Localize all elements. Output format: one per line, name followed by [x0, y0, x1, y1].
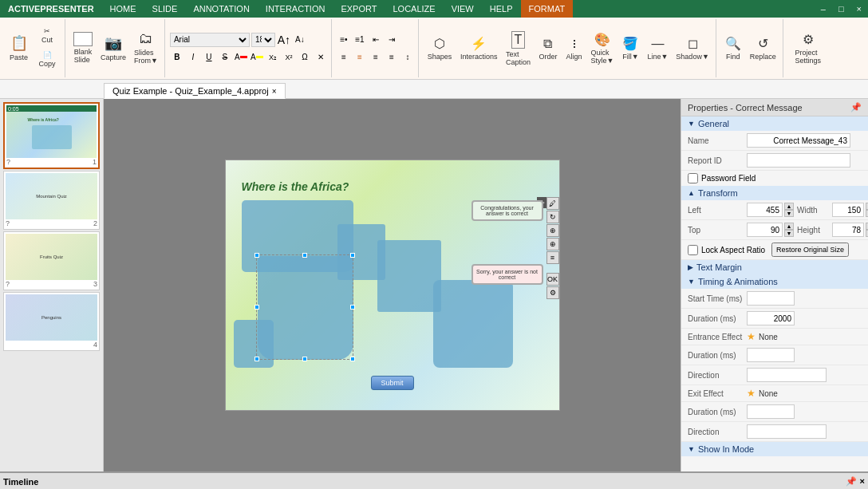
slide-thumb-2[interactable]: Mountain Quiz ?2 — [3, 171, 100, 230]
name-input[interactable] — [747, 133, 850, 148]
replace-button[interactable]: ↺ Replace — [747, 25, 779, 73]
transform-section-header[interactable]: ▲ Transform — [681, 186, 868, 200]
copy-button[interactable]: 📄 Copy — [33, 49, 61, 71]
left-input[interactable] — [747, 203, 783, 217]
interactions-button[interactable]: ⚡ Interactions — [457, 25, 501, 73]
align-center-btn[interactable]: ≡ — [353, 50, 367, 65]
general-section-header[interactable]: ▼ General — [681, 116, 868, 131]
toolbar-btn-5[interactable]: ≡ — [546, 251, 559, 264]
underline-btn[interactable]: U — [202, 50, 216, 65]
find-button[interactable]: 🔍 Find — [721, 25, 745, 73]
italic-btn[interactable]: I — [186, 50, 200, 65]
toolbar-btn-3[interactable]: ⊕ — [546, 224, 559, 237]
slide-thumb-1[interactable]: 0:05 Where is Africa? ?1 — [3, 102, 100, 169]
menu-interaction[interactable]: INTERACTION — [258, 0, 333, 18]
password-field-checkbox[interactable] — [688, 173, 698, 183]
menu-home[interactable]: HOME — [102, 0, 144, 18]
toolbar-ok-btn[interactable]: OK — [546, 273, 559, 286]
strikethrough-btn[interactable]: S — [218, 50, 232, 65]
bold-btn[interactable]: B — [170, 50, 184, 65]
project-settings-label: ProjectSettings — [795, 49, 822, 65]
font-color-btn[interactable]: A — [234, 50, 248, 65]
slide-thumb-4[interactable]: Penguins 4 — [3, 292, 100, 351]
text-margin-section-header[interactable]: ▶ Text Margin — [681, 260, 868, 274]
properties-pin-icon[interactable]: 📌 — [850, 102, 862, 112]
symbol-btn[interactable]: Ω — [298, 50, 312, 65]
restore-original-size-btn[interactable]: Restore Original Size — [771, 243, 849, 257]
decrease-indent-btn[interactable]: ⇤ — [369, 33, 383, 47]
shadow-icon: ◻ — [688, 36, 698, 51]
report-id-input[interactable] — [747, 153, 850, 168]
submit-button[interactable]: Submit — [370, 376, 413, 390]
subscript-btn[interactable]: X₂ — [266, 50, 280, 65]
align-button[interactable]: ⫶ Align — [562, 25, 586, 73]
menu-help[interactable]: HELP — [482, 0, 521, 18]
menu-slide[interactable]: SLIDE — [144, 0, 186, 18]
slide-2-canvas: Mountain Quiz — [6, 173, 97, 219]
line-button[interactable]: — Line▼ — [644, 25, 671, 73]
tab-close-btn[interactable]: × — [272, 87, 277, 96]
align-right-btn[interactable]: ≡ — [369, 50, 383, 65]
entrance-duration-input[interactable] — [747, 348, 795, 362]
menu-localize[interactable]: LOCALIZE — [385, 0, 443, 18]
timeline-pin-icon[interactable]: 📌 — [846, 476, 857, 487]
width-input[interactable] — [832, 203, 864, 217]
close-btn[interactable]: × — [850, 4, 868, 14]
quick-style-button[interactable]: 🎨 QuickStyle▼ — [588, 25, 617, 73]
superscript-btn[interactable]: X² — [282, 50, 296, 65]
entrance-direction-input[interactable] — [747, 368, 827, 382]
left-up-arrow[interactable]: ▲ — [784, 203, 794, 210]
slides-from-button[interactable]: 🗂 SlidesFrom▼ — [131, 24, 161, 72]
timeline-close-icon[interactable]: × — [860, 476, 865, 487]
increase-indent-btn[interactable]: ⇥ — [385, 33, 399, 47]
list-number-btn[interactable]: ≡1 — [353, 33, 367, 47]
highlight-btn[interactable]: A — [250, 50, 264, 65]
lock-aspect-checkbox[interactable] — [688, 245, 698, 255]
duration-input[interactable] — [747, 311, 795, 325]
toolbar-btn-2[interactable]: ↻ — [546, 211, 559, 223]
decrease-font-btn[interactable]: A↓ — [293, 33, 307, 47]
slide-thumb-3[interactable]: Fruits Quiz ?3 — [3, 231, 100, 290]
start-time-input[interactable] — [747, 291, 795, 306]
text-caption-button[interactable]: T TextCaption — [502, 25, 534, 73]
shapes-button[interactable]: ⬡ Shapes — [424, 25, 456, 73]
menu-export[interactable]: EXPORT — [333, 0, 385, 18]
start-time-label: Start Time (ms) — [688, 294, 744, 303]
toolbar-btn-4[interactable]: ⊕ — [546, 238, 559, 250]
font-selector[interactable]: Arial — [170, 33, 250, 47]
top-input[interactable] — [747, 223, 783, 237]
paste-button[interactable]: 📋 Paste — [6, 24, 31, 72]
menu-annotation[interactable]: ANNOTATION — [185, 0, 257, 18]
shadow-button[interactable]: ◻ Shadow▼ — [673, 25, 712, 73]
menu-format[interactable]: FORMAT — [521, 0, 574, 18]
toolbar-settings-btn[interactable]: ⚙ — [546, 286, 559, 299]
list-bullet-btn[interactable]: ≡• — [337, 33, 351, 47]
show-in-mode-section-header[interactable]: ▼ Show In Mode — [681, 442, 868, 456]
menu-view[interactable]: VIEW — [444, 0, 482, 18]
left-down-arrow[interactable]: ▼ — [784, 210, 794, 217]
font-size[interactable]: 18 — [251, 33, 275, 47]
tab-quiz-example[interactable]: Quiz Example - Quiz_Example_4.approj × — [104, 83, 286, 99]
maximize-btn[interactable]: □ — [832, 4, 850, 14]
clear-format-btn[interactable]: ✕ — [314, 50, 328, 65]
top-up-arrow[interactable]: ▲ — [784, 223, 794, 230]
exit-direction-input[interactable] — [747, 424, 827, 439]
order-button[interactable]: ⧉ Order — [535, 25, 560, 73]
toolbar-btn-1[interactable]: 🖊 — [546, 197, 559, 210]
project-settings-button[interactable]: ⚙ ProjectSettings — [788, 25, 828, 73]
height-input[interactable] — [832, 223, 864, 237]
minimize-btn[interactable]: – — [815, 4, 832, 14]
cut-button[interactable]: ✂ Cut — [33, 25, 61, 47]
justify-btn[interactable]: ≡ — [385, 50, 399, 65]
blank-slide-button[interactable]: BlankSlide — [70, 24, 96, 72]
align-left-btn[interactable]: ≡ — [337, 50, 351, 65]
increase-font-btn[interactable]: A↑ — [277, 33, 291, 47]
exit-duration-input[interactable] — [747, 404, 795, 419]
handle-br[interactable] — [350, 357, 355, 361]
line-spacing-btn[interactable]: ↕ — [400, 50, 415, 65]
capture-button[interactable]: 📷 Capture — [97, 24, 129, 72]
top-down-arrow[interactable]: ▼ — [784, 230, 794, 237]
fill-button[interactable]: 🪣 Fill▼ — [618, 25, 642, 73]
timing-section-header[interactable]: ▼ Timing & Animations — [681, 274, 868, 289]
slide-3-canvas: Fruits Quiz — [6, 234, 97, 280]
